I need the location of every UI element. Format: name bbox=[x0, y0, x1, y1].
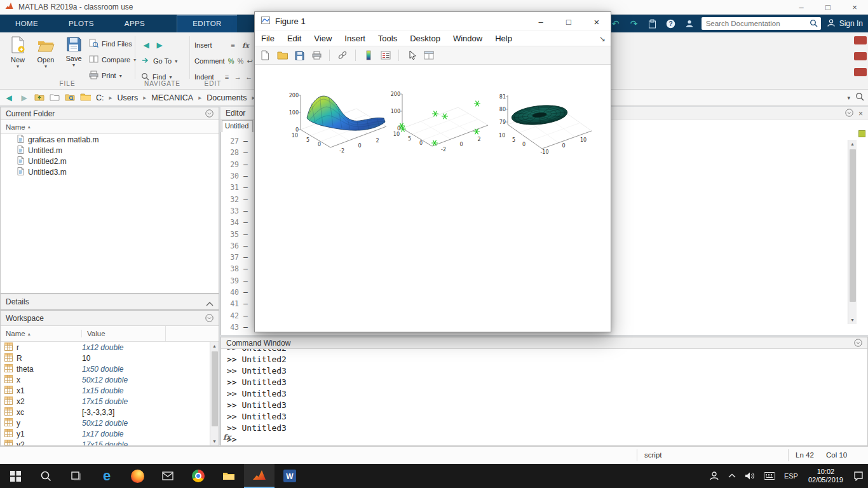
restore-button[interactable]: □ bbox=[815, 0, 841, 15]
redo-icon[interactable]: ↷ bbox=[628, 18, 641, 29]
navigate-forward-icon[interactable]: ▶ bbox=[154, 41, 165, 50]
figure-minimize-button[interactable]: – bbox=[527, 12, 555, 31]
back-forward-buttons[interactable]: ◀ ▶ bbox=[141, 39, 165, 51]
scroll-down-arrow[interactable]: ▼ bbox=[848, 316, 857, 324]
torus-plot[interactable]: 81 80 79 10 5 0 -10 0 10 bbox=[490, 85, 598, 160]
scatter-plot[interactable]: 200 100 0 10 5 0 -2 0 2 bbox=[385, 85, 493, 160]
taskbar-clock[interactable]: 10:02 02/05/2019 bbox=[803, 468, 849, 484]
breakpoint-dash[interactable]: – bbox=[243, 253, 248, 262]
people-icon[interactable] bbox=[705, 464, 724, 488]
comment-icon[interactable]: % bbox=[228, 57, 234, 65]
back-button[interactable]: ◀ bbox=[4, 93, 14, 102]
new-folder-button[interactable] bbox=[50, 93, 60, 103]
breakpoint-dash[interactable]: – bbox=[243, 311, 248, 320]
navigate-back-icon[interactable]: ◀ bbox=[141, 41, 151, 50]
breakpoint-dash[interactable]: – bbox=[243, 183, 248, 192]
menu-edit[interactable]: Edit bbox=[281, 34, 308, 43]
mail-taskbar-icon[interactable] bbox=[153, 464, 183, 488]
workspace-row[interactable]: R 10 bbox=[1, 353, 219, 363]
edge-taskbar-icon[interactable]: e bbox=[92, 464, 122, 488]
workspace-row[interactable]: y 50x12 double bbox=[1, 417, 219, 428]
save-dropdown-caret[interactable]: ▾ bbox=[72, 63, 75, 67]
chrome-taskbar-icon[interactable] bbox=[183, 464, 214, 488]
fx-indicator[interactable]: fx bbox=[223, 433, 231, 442]
details-header[interactable]: Details bbox=[1, 294, 219, 309]
insert-colorbar-icon[interactable] bbox=[362, 48, 375, 62]
task-view-button[interactable] bbox=[61, 464, 92, 488]
insert-legend-icon[interactable] bbox=[379, 48, 392, 62]
tab-apps[interactable]: APPS bbox=[109, 15, 160, 32]
command-output[interactable]: >> Untitled2 >> Untitled2 >> Untitled3 >… bbox=[221, 349, 867, 445]
command-prompt[interactable]: >> bbox=[221, 435, 867, 445]
menu-desktop[interactable]: Desktop bbox=[403, 34, 447, 43]
breakpoint-dash[interactable]: – bbox=[243, 160, 248, 169]
value-column-header[interactable]: Value bbox=[82, 326, 166, 341]
workspace-row[interactable]: x1 1x15 double bbox=[1, 385, 219, 396]
breakpoint-dash[interactable]: – bbox=[243, 276, 248, 285]
save-button[interactable]: Save ▾ bbox=[60, 36, 88, 67]
tab-home[interactable]: HOME bbox=[0, 15, 53, 32]
breakpoint-dash[interactable]: – bbox=[243, 230, 248, 239]
file-explorer-taskbar-icon[interactable] bbox=[214, 464, 244, 488]
workspace-row[interactable]: y2 17x15 double bbox=[1, 439, 219, 446]
menu-help[interactable]: Help bbox=[489, 34, 519, 43]
clipboard-icon[interactable] bbox=[646, 19, 659, 29]
insert-function-icon[interactable]: fx bbox=[241, 42, 250, 49]
breadcrumb-segment[interactable]: MECANICA bbox=[151, 93, 193, 102]
scroll-thumb[interactable] bbox=[850, 149, 856, 302]
sign-in-button[interactable]: Sign In bbox=[827, 18, 863, 29]
help-icon[interactable]: ? bbox=[665, 19, 677, 29]
workspace-row[interactable]: y1 1x17 double bbox=[1, 428, 219, 439]
breakpoint-dash[interactable]: – bbox=[243, 218, 248, 227]
workspace-row[interactable]: x 50x12 double bbox=[1, 374, 219, 385]
property-inspector-icon[interactable] bbox=[423, 48, 435, 62]
figure-titlebar[interactable]: Figure 1 – □ × bbox=[255, 12, 611, 31]
open-button[interactable]: Open ▾ bbox=[32, 36, 60, 69]
volume-icon[interactable] bbox=[740, 464, 759, 488]
insert-section-icon[interactable]: ≡ bbox=[228, 41, 238, 49]
tab-plots[interactable]: PLOTS bbox=[53, 15, 109, 32]
panel-menu-icon[interactable] bbox=[845, 109, 853, 119]
breakpoint-dash[interactable]: – bbox=[243, 241, 248, 250]
name-column-header[interactable]: Name ▴ bbox=[1, 330, 82, 337]
editor-tab-untitled[interactable]: Untitled bbox=[222, 120, 253, 132]
file-row[interactable]: Untitled3.m bbox=[1, 166, 219, 177]
collapse-chevron-icon[interactable] bbox=[206, 299, 214, 308]
editor-close-icon[interactable]: × bbox=[858, 109, 863, 118]
tab-editor[interactable]: EDITOR bbox=[177, 15, 237, 32]
up-one-level-button[interactable] bbox=[34, 93, 44, 103]
hidden-icons-chevron[interactable] bbox=[724, 464, 740, 488]
word-taskbar-icon[interactable]: W bbox=[275, 464, 305, 488]
menu-view[interactable]: View bbox=[308, 34, 338, 43]
decrease-indent-icon[interactable]: ← bbox=[245, 73, 253, 81]
link-plot-icon[interactable] bbox=[336, 48, 349, 62]
search-documentation-input[interactable] bbox=[702, 17, 821, 30]
breadcrumb-segment[interactable]: C: bbox=[96, 93, 104, 102]
uncomment-icon[interactable]: % bbox=[237, 57, 243, 65]
search-icon[interactable] bbox=[810, 19, 818, 29]
scroll-up-arrow[interactable]: ▲ bbox=[848, 140, 857, 148]
breakpoint-dash[interactable]: – bbox=[243, 207, 248, 215]
menu-window[interactable]: Window bbox=[447, 34, 489, 43]
breakpoint-dash[interactable]: – bbox=[243, 323, 248, 332]
figure-maximize-button[interactable]: □ bbox=[555, 12, 583, 31]
matlab-taskbar-icon[interactable] bbox=[244, 464, 275, 488]
panel-menu-icon[interactable] bbox=[854, 339, 862, 349]
workspace-row[interactable]: theta 1x50 double bbox=[1, 363, 219, 374]
panel-menu-icon[interactable] bbox=[205, 314, 214, 324]
forward-button[interactable]: ▶ bbox=[19, 93, 29, 102]
open-file-icon[interactable] bbox=[276, 48, 288, 62]
insert-row[interactable]: Insert ≡ fx bbox=[194, 39, 253, 51]
firefox-taskbar-icon[interactable] bbox=[122, 464, 153, 488]
breakpoint-dash[interactable]: – bbox=[243, 264, 248, 273]
figure-close-button[interactable]: × bbox=[583, 12, 611, 31]
pathbar-dropdown[interactable]: ▾ bbox=[847, 95, 850, 101]
comment-row[interactable]: Comment % % ↩ bbox=[194, 55, 253, 67]
file-row[interactable]: graficas en matlab.m bbox=[1, 134, 219, 145]
close-button[interactable]: × bbox=[841, 0, 868, 15]
action-center-icon[interactable] bbox=[849, 464, 868, 488]
touch-keyboard-icon[interactable] bbox=[759, 464, 780, 488]
menu-file[interactable]: File bbox=[255, 34, 281, 43]
name-column-header[interactable]: Name ▴ bbox=[1, 120, 219, 134]
go-to-button[interactable]: Go To ▾ bbox=[141, 55, 177, 67]
